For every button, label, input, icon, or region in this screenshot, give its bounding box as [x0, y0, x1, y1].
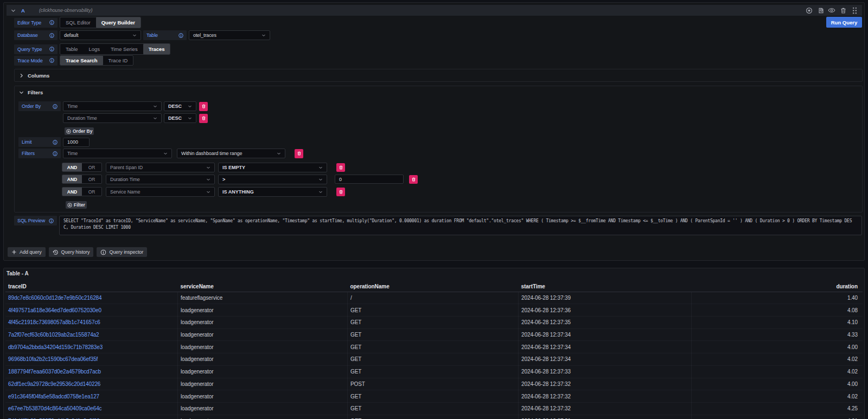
disable-query-icon[interactable] — [805, 7, 813, 14]
drag-handle-icon[interactable] — [851, 7, 858, 14]
cell-duration: 4.02 — [691, 353, 863, 366]
bool-or[interactable]: OR — [82, 175, 101, 183]
cell-duration: 4.00 — [691, 341, 863, 353]
info-icon[interactable] — [53, 140, 58, 145]
history-icon — [53, 249, 59, 255]
remove-order-by-button[interactable] — [199, 102, 208, 111]
filter-time-range-select[interactable]: Within dashboard time range — [177, 149, 285, 158]
bool-operator-toggle: AND OR — [62, 163, 102, 172]
trace-id-link[interactable]: e91c3645f04fa5e58adcd0758e1ea127 — [5, 390, 178, 403]
info-icon[interactable] — [178, 33, 183, 38]
add-order-by-button[interactable]: Order By — [65, 127, 94, 135]
trace-mode-trace-id[interactable]: Trace ID — [103, 56, 133, 65]
editor-type-query-builder[interactable]: Query Builder — [96, 17, 141, 28]
remove-filter-button[interactable] — [409, 175, 418, 184]
query-type-logs[interactable]: Logs — [83, 44, 105, 54]
info-circle-icon — [100, 249, 106, 255]
filter-field-select[interactable]: Service Name — [106, 187, 215, 197]
sql-preview-label: SQL Preview — [14, 216, 57, 225]
filter-field-select[interactable]: Time — [63, 149, 172, 158]
add-filter-button[interactable]: Filter — [66, 201, 87, 209]
info-icon[interactable] — [49, 218, 54, 223]
order-by-direction-select[interactable]: DESC — [164, 113, 196, 123]
duplicate-query-icon[interactable] — [816, 7, 824, 14]
info-icon[interactable] — [49, 33, 54, 38]
filters-label: Filters — [18, 149, 61, 158]
trace-id-link[interactable]: 4f45c21918c73698057a8b1c741657c6 — [5, 316, 178, 328]
order-by-field-select[interactable]: Duration Time — [63, 113, 162, 123]
add-query-button[interactable]: Add query — [8, 247, 46, 257]
bool-or[interactable]: OR — [82, 163, 101, 171]
trace-mode-label: Trace Mode — [14, 56, 58, 66]
cell-servicename: loadgenerator — [178, 390, 348, 403]
info-icon[interactable] — [49, 20, 54, 25]
column-header-traceid[interactable]: traceID — [5, 281, 178, 292]
editor-type-sql-editor[interactable]: SQL Editor — [60, 17, 96, 28]
limit-input[interactable] — [63, 138, 90, 147]
trace-id-link[interactable]: 1887794f7eaa6037d0e2a4579bcd7acb — [5, 365, 178, 378]
filter-field-select[interactable]: Duration Time — [106, 175, 215, 184]
trace-id-link[interactable]: 7a2f07ecf63c60b1029ab2ac155874a2 — [5, 328, 178, 341]
filter-operator-select[interactable]: IS EMPTY — [218, 163, 327, 172]
filters-section-header[interactable]: Filters — [15, 86, 862, 98]
query-type-traces[interactable]: Traces — [143, 44, 170, 54]
run-query-button[interactable]: Run Query — [826, 17, 862, 28]
sql-preview-box[interactable]: SELECT "TraceId" as traceID, "ServiceNam… — [59, 216, 862, 235]
cell-starttime: 2024-06-28 12:37:39 — [519, 292, 692, 304]
chevron-down-icon — [318, 177, 323, 182]
remove-filter-button[interactable] — [336, 163, 345, 172]
query-type-time-series[interactable]: Time Series — [105, 44, 143, 54]
column-header-duration[interactable]: duration — [691, 281, 863, 292]
order-by-field-select[interactable]: Time — [63, 101, 162, 111]
filter-field-select[interactable]: Parent Span ID — [106, 163, 215, 172]
info-icon[interactable] — [49, 47, 54, 51]
query-type-table[interactable]: Table — [60, 44, 83, 54]
remove-query-icon[interactable] — [839, 7, 847, 14]
database-select[interactable]: default — [60, 30, 141, 40]
remove-filter-button[interactable] — [295, 149, 303, 158]
query-type-toggle: Table Logs Time Series Traces — [60, 43, 170, 55]
chevron-right-icon — [19, 73, 24, 78]
trace-id-link[interactable]: 62df1ec9a29728c9e29536c20d140226 — [5, 378, 178, 390]
trace-id-link[interactable]: 4f497571a618e364ed7ded60752030e0 — [5, 304, 178, 317]
bool-and[interactable]: AND — [62, 163, 82, 171]
columns-section-header[interactable]: Columns — [15, 69, 862, 81]
collapse-query-icon[interactable] — [11, 8, 16, 13]
cell-starttime: 2024-06-28 12:37:33 — [519, 365, 692, 378]
hide-response-icon[interactable] — [828, 7, 835, 14]
bool-and[interactable]: AND — [62, 188, 82, 196]
limit-label: Limit — [18, 137, 61, 147]
remove-order-by-button[interactable] — [199, 114, 208, 123]
chevron-down-icon — [188, 116, 192, 120]
column-header-servicename[interactable]: serviceName — [178, 281, 348, 292]
bool-or[interactable]: OR — [82, 188, 101, 196]
trace-mode-trace-search[interactable]: Trace Search — [60, 56, 103, 65]
info-icon[interactable] — [53, 151, 58, 156]
cell-duration: 4.02 — [691, 390, 863, 403]
query-row-header[interactable]: A (clickhouse-observability) — [7, 5, 862, 16]
bool-and[interactable]: AND — [62, 175, 82, 183]
cell-operationname: GET — [348, 402, 519, 415]
trace-id-link[interactable]: db9704a2bbda34204d159c71b78283e3 — [5, 341, 178, 353]
order-by-direction-select[interactable]: DESC — [164, 101, 196, 111]
cell-duration: 4.08 — [691, 304, 863, 317]
cell-servicename: loadgenerator — [178, 341, 348, 353]
info-icon[interactable] — [49, 58, 54, 63]
table-row: 62df1ec9a29728c9e29536c20d140226 loadgen… — [5, 378, 863, 390]
trace-id-link[interactable]: 89dc7e8c6060c0d12de7e9b50c216284 — [5, 292, 178, 304]
query-inspector-button[interactable]: Query inspector — [97, 247, 147, 257]
filter-operator-select[interactable]: IS ANYTHING — [218, 187, 327, 197]
results-table: traceID serviceName operationName startT… — [5, 281, 863, 419]
column-header-operationname[interactable]: operationName — [348, 281, 519, 292]
query-history-button[interactable]: Query history — [49, 247, 94, 257]
trace-id-link[interactable]: 96968b10fa2b2c1590bc67dea06ef35f — [5, 353, 178, 366]
column-header-starttime[interactable]: startTime — [519, 281, 692, 292]
filter-operator-select[interactable]: > — [218, 175, 327, 184]
trace-id-link[interactable]: e67ee7b53870d4c864ca50409ca0e64c — [5, 402, 178, 415]
info-icon[interactable] — [53, 104, 58, 109]
trace-id-link[interactable]: 7d1d4f8b29e53070a44b5c6d1e0a2f39 — [5, 415, 178, 419]
remove-filter-button[interactable] — [336, 188, 345, 196]
chevron-down-icon — [163, 151, 168, 156]
filter-value-input[interactable] — [335, 175, 404, 184]
table-select[interactable]: otel_traces — [189, 30, 270, 40]
